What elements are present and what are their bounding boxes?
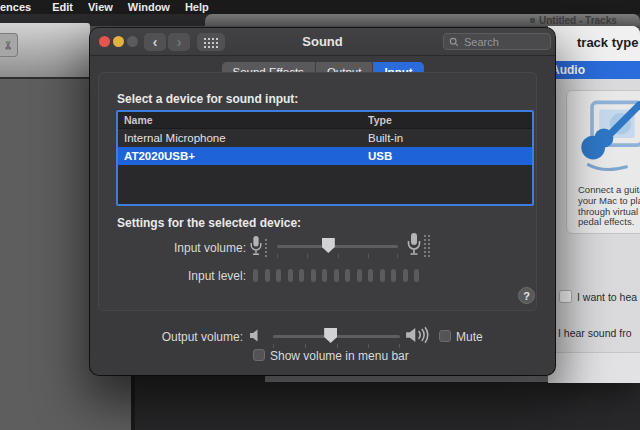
background-horizontal-bar (265, 374, 576, 382)
level-segment (414, 269, 419, 282)
mute-label: Mute (456, 330, 483, 344)
mic-quiet-dots (265, 239, 267, 257)
level-segment (253, 269, 258, 282)
menu-item-view[interactable]: View (88, 1, 113, 13)
settings-label: Settings for the selected device: (117, 216, 301, 230)
help-button[interactable]: ? (518, 287, 535, 304)
input-volume-label: Input volume: (117, 241, 246, 255)
menu-item-app[interactable]: ences (0, 1, 31, 13)
level-segment (334, 269, 339, 282)
select-device-label: Select a device for sound input: (117, 92, 298, 106)
search-field[interactable] (443, 33, 551, 50)
search-input[interactable] (462, 35, 545, 49)
level-segment (311, 269, 316, 282)
output-volume-slider[interactable] (273, 335, 400, 338)
output-volume-thumb[interactable] (324, 328, 337, 343)
background-window-title: Untitled - Tracks (530, 14, 617, 26)
dialog-bottom-text: I hear sound fro (558, 327, 632, 339)
dialog-option-audio[interactable]: Audio (548, 61, 640, 79)
menu-bar: ences Edit View Window Help (0, 0, 640, 14)
menu-item-edit[interactable]: Edit (52, 1, 73, 13)
speaker-loud-icon (405, 326, 431, 344)
search-icon (449, 37, 459, 47)
sound-window: ‹ › Sound Sound Effects Output Input Sel… (90, 28, 555, 375)
table-row-selected[interactable]: AT2020USB+ USB (118, 147, 532, 165)
level-segment (357, 269, 362, 282)
guitar-amp-illustration (573, 95, 640, 181)
dialog-footer (548, 352, 640, 383)
speaker-quiet-icon (248, 328, 262, 343)
level-segment (345, 269, 350, 282)
menu-item-window[interactable]: Window (128, 1, 170, 13)
table-row[interactable]: Internal Microphone Built-in (118, 129, 532, 147)
mic-quiet-icon (249, 234, 263, 257)
mic-loud-icon (406, 231, 422, 257)
input-level-meter (253, 269, 419, 282)
document-proxy-icon (530, 18, 535, 23)
level-segment (276, 269, 281, 282)
column-header-type: Type (368, 114, 392, 126)
input-volume-slider[interactable] (277, 245, 398, 248)
level-segment (288, 269, 293, 282)
question-mark-icon: ? (523, 290, 530, 302)
scissors-icon: ✄ (2, 40, 15, 49)
show-volume-label: Show volume in menu bar (270, 349, 409, 363)
cut-tool-button[interactable]: ✄ (0, 33, 18, 57)
dialog-heading: track type (577, 35, 638, 50)
mic-loud-dots (424, 235, 430, 257)
column-header-name: Name (124, 114, 153, 126)
new-track-dialog: track type Audio Connect a guitar your M… (548, 26, 640, 382)
level-segment (380, 269, 385, 282)
screen: ences Edit View Window Help Untitled - T… (0, 0, 640, 430)
level-segment (299, 269, 304, 282)
mute-checkbox[interactable] (439, 330, 451, 342)
level-segment (265, 269, 270, 282)
dialog-checkbox[interactable] (559, 290, 572, 303)
table-header: Name Type (118, 112, 532, 129)
level-segment (403, 269, 408, 282)
track-type-card[interactable]: Connect a guitar your Mac to play throug… (566, 90, 640, 234)
level-segment (391, 269, 396, 282)
output-volume-label: Output volume: (110, 330, 243, 344)
dialog-checkbox-label: I want to hea (577, 291, 637, 303)
dialog-checkbox-row: I want to hea (559, 290, 637, 303)
track-type-description: Connect a guitar your Mac to play throug… (578, 185, 640, 228)
level-segment (368, 269, 373, 282)
menu-item-help[interactable]: Help (185, 1, 209, 13)
show-volume-checkbox[interactable] (253, 349, 265, 361)
input-level-label: Input level: (117, 269, 246, 283)
input-device-table: Name Type Internal Microphone Built-in A… (116, 110, 534, 206)
level-segment (322, 269, 327, 282)
